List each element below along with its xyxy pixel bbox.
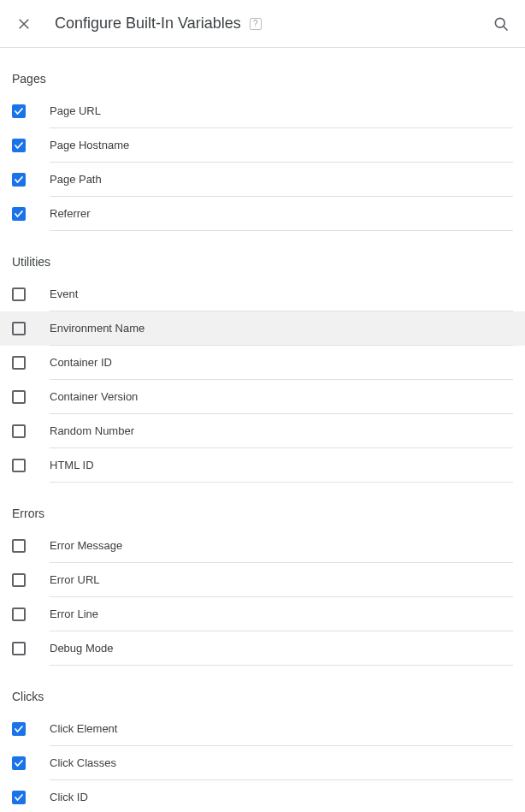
section: ClicksClick ElementClick ClassesClick ID bbox=[0, 666, 525, 812]
variable-label: HTML ID bbox=[50, 459, 94, 471]
row-label-wrap: Click Classes bbox=[50, 746, 513, 780]
checkbox[interactable] bbox=[12, 356, 26, 370]
variable-label: Environment Name bbox=[50, 322, 145, 335]
variable-row[interactable]: Container Version bbox=[0, 380, 525, 414]
variable-label: Page Path bbox=[50, 173, 102, 186]
section-heading: Clicks bbox=[0, 683, 525, 712]
variable-row[interactable]: Page Hostname bbox=[0, 128, 525, 163]
variable-label: Error URL bbox=[50, 573, 100, 586]
row-label-wrap: Error URL bbox=[50, 563, 513, 597]
row-label-wrap: Click Element bbox=[50, 712, 513, 746]
variable-list: PagesPage URLPage HostnamePage PathRefer… bbox=[0, 48, 525, 812]
checkbox[interactable] bbox=[12, 287, 26, 301]
checkbox[interactable] bbox=[12, 608, 26, 621]
variable-label: Container Version bbox=[50, 390, 138, 403]
checkbox[interactable] bbox=[12, 459, 26, 472]
variable-row[interactable]: Referrer bbox=[0, 197, 525, 231]
checkbox[interactable] bbox=[12, 322, 26, 335]
row-label-wrap: Debug Mode bbox=[50, 631, 513, 666]
variable-label: Click Element bbox=[50, 722, 117, 735]
variable-row[interactable]: Click Element bbox=[0, 712, 525, 746]
checkbox[interactable] bbox=[12, 104, 26, 118]
variable-row[interactable]: Environment Name bbox=[0, 311, 525, 346]
section-heading: Errors bbox=[0, 500, 525, 529]
variable-row[interactable]: Error Line bbox=[0, 597, 525, 631]
row-label-wrap: Event bbox=[50, 277, 513, 311]
section: UtilitiesEventEnvironment NameContainer … bbox=[0, 231, 525, 483]
row-label-wrap: Page Path bbox=[50, 163, 513, 197]
variable-row[interactable]: Debug Mode bbox=[0, 631, 525, 666]
checkbox[interactable] bbox=[12, 390, 26, 404]
row-label-wrap: HTML ID bbox=[50, 448, 513, 483]
row-label-wrap: Error Line bbox=[50, 597, 513, 631]
variable-label: Event bbox=[50, 287, 78, 300]
checkbox[interactable] bbox=[12, 573, 26, 587]
checkbox[interactable] bbox=[12, 173, 26, 187]
checkbox[interactable] bbox=[12, 207, 26, 221]
svg-point-2 bbox=[495, 18, 504, 27]
section: ErrorsError MessageError URLError LineDe… bbox=[0, 483, 525, 666]
section: PagesPage URLPage HostnamePage PathRefer… bbox=[0, 48, 525, 231]
help-icon[interactable]: ? bbox=[250, 18, 262, 30]
close-button[interactable] bbox=[14, 14, 34, 34]
search-button[interactable] bbox=[491, 14, 511, 34]
dialog-header: Configure Built-In Variables ? bbox=[0, 0, 525, 48]
variable-row[interactable]: Error URL bbox=[0, 563, 525, 597]
variable-label: Debug Mode bbox=[50, 642, 113, 655]
variable-row[interactable]: Click ID bbox=[0, 780, 525, 812]
variable-row[interactable]: Random Number bbox=[0, 414, 525, 448]
row-label-wrap: Click ID bbox=[50, 780, 513, 812]
variable-label: Referrer bbox=[50, 207, 91, 220]
svg-line-3 bbox=[504, 26, 508, 30]
checkbox[interactable] bbox=[12, 539, 26, 553]
variable-row[interactable]: Error Message bbox=[0, 529, 525, 563]
checkbox[interactable] bbox=[12, 424, 26, 438]
variable-label: Page URL bbox=[50, 104, 101, 117]
search-icon bbox=[493, 15, 510, 33]
variable-label: Container ID bbox=[50, 356, 112, 369]
variable-label: Random Number bbox=[50, 424, 134, 437]
row-label-wrap: Referrer bbox=[50, 197, 513, 231]
checkbox[interactable] bbox=[12, 642, 26, 655]
row-label-wrap: Error Message bbox=[50, 529, 513, 563]
row-label-wrap: Container Version bbox=[50, 380, 513, 414]
variable-label: Page Hostname bbox=[50, 139, 129, 151]
variable-label: Click Classes bbox=[50, 756, 116, 769]
dialog-title: Configure Built-In Variables ? bbox=[55, 15, 491, 33]
variable-label: Click ID bbox=[50, 791, 88, 803]
row-label-wrap: Random Number bbox=[50, 414, 513, 448]
checkbox[interactable] bbox=[12, 791, 26, 804]
checkbox[interactable] bbox=[12, 756, 26, 770]
variable-row[interactable]: Page Path bbox=[0, 163, 525, 197]
variable-row[interactable]: HTML ID bbox=[0, 448, 525, 483]
variable-row[interactable]: Click Classes bbox=[0, 746, 525, 780]
row-label-wrap: Container ID bbox=[50, 346, 513, 380]
checkbox[interactable] bbox=[12, 139, 26, 152]
variable-row[interactable]: Event bbox=[0, 277, 525, 311]
dialog-title-text: Configure Built-In Variables bbox=[55, 15, 241, 33]
section-heading: Utilities bbox=[0, 248, 525, 277]
checkbox[interactable] bbox=[12, 722, 26, 736]
variable-label: Error Line bbox=[50, 608, 98, 620]
close-icon bbox=[16, 16, 32, 32]
row-label-wrap: Environment Name bbox=[50, 311, 513, 346]
variable-row[interactable]: Page URL bbox=[0, 94, 525, 128]
section-heading: Pages bbox=[0, 65, 525, 94]
variable-label: Error Message bbox=[50, 539, 122, 552]
variable-row[interactable]: Container ID bbox=[0, 346, 525, 380]
row-label-wrap: Page Hostname bbox=[50, 128, 513, 163]
row-label-wrap: Page URL bbox=[50, 94, 513, 128]
